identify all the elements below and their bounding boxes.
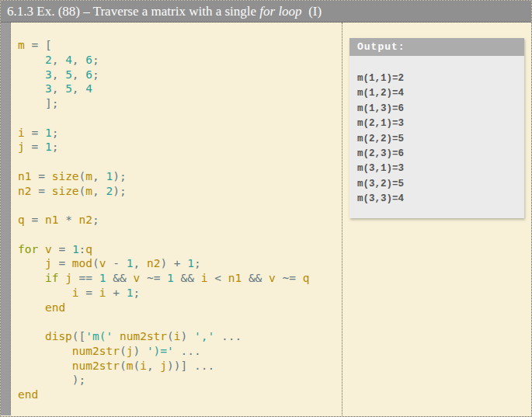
code-token: == [72, 272, 99, 284]
code-token: = [ [25, 39, 52, 51]
code-line: n1 = size(m, 1); [18, 169, 342, 184]
code-line: 3, 5, 6; [18, 68, 342, 82]
code-line [18, 155, 342, 169]
code-token: disp [45, 330, 72, 342]
code-line: n2 = size(m, 2); [18, 184, 342, 199]
code-token: ); [18, 374, 85, 386]
output-line: m(3,2)=5 [357, 177, 516, 192]
code-token: ) [181, 330, 194, 342]
code-token: for [18, 243, 38, 255]
code-token: , [147, 360, 160, 372]
code-token: ... [214, 330, 242, 342]
code-token: num2str [72, 360, 120, 372]
code-token: i [99, 287, 106, 299]
code-token: ( [133, 360, 140, 372]
code-token: ); [113, 185, 126, 197]
code-token: i [174, 330, 181, 342]
code-token: , [72, 54, 85, 66]
output-line: m(2,3)=6 [357, 147, 516, 162]
code-token: if [45, 272, 58, 284]
code-token [18, 330, 45, 342]
code-token: ) [133, 345, 146, 357]
code-token: 1 [45, 141, 52, 153]
code-token: ); [113, 170, 126, 182]
code-token: j [18, 141, 25, 153]
code-token: 1 [72, 243, 79, 255]
code-token: - [106, 257, 127, 269]
code-token: , [92, 170, 106, 182]
code-token: v [269, 272, 276, 284]
code-token: 4 [85, 82, 92, 95]
code-line: end [18, 387, 342, 402]
code-token: = [79, 287, 99, 299]
code-token: ~= [276, 272, 303, 284]
code-token: = [52, 243, 72, 255]
output-line: m(2,2)=5 [357, 132, 516, 147]
code-token: && [242, 272, 269, 284]
code-token: ( [92, 257, 99, 269]
code-token: 'm(' [85, 330, 113, 342]
slide: 6.1.3 Ex. (88) – Traverse a matrix with … [0, 0, 532, 417]
code-token: q [18, 214, 25, 226]
code-line: disp(['m(' num2str(i) ',' ... [18, 329, 342, 344]
code-token: mod [72, 257, 92, 269]
code-token: = [31, 185, 51, 197]
code-token: 1 [106, 170, 113, 182]
code-token: + [106, 287, 127, 299]
code-line: j = 1; [18, 140, 342, 155]
code-token: ; [92, 68, 99, 81]
page-title-prefix: 6.1.3 Ex. (88) – Traverse a matrix with … [7, 4, 259, 19]
code-token: && [106, 272, 134, 284]
code-token: ; [52, 127, 59, 139]
code-token [113, 330, 120, 342]
code-token [18, 287, 72, 299]
code-token: j [65, 272, 72, 284]
code-token [18, 301, 45, 314]
code-token: ~= [140, 272, 167, 284]
code-token: 1 [187, 257, 194, 269]
code-line: i = i + 1; [18, 286, 342, 301]
code-line: num2str(j) ')=' ... [18, 344, 342, 359]
code-token: n1 [45, 214, 58, 226]
code-token [58, 272, 65, 284]
code-token: ; [92, 54, 99, 66]
code-token: ]; [18, 97, 58, 109]
code-token: = [52, 257, 72, 269]
output-line: m(3,3)=4 [357, 192, 516, 207]
code-token: 5 [65, 82, 72, 95]
code-token: i [18, 127, 25, 139]
code-token: = [25, 127, 45, 139]
code-line: 2, 4, 6; [18, 53, 342, 68]
code-token: v [45, 243, 52, 255]
code-token: , [72, 82, 85, 95]
page-title-italic: for loop [259, 4, 301, 19]
code-token: v [133, 272, 140, 284]
code-line: ]; [18, 96, 342, 111]
code-token [18, 272, 45, 284]
code-token: ( [167, 330, 174, 342]
code-line: j = mod(v - 1, n2) + 1; [18, 256, 342, 271]
code-line [18, 198, 342, 213]
code-token: = [25, 214, 45, 226]
code-token: ; [133, 287, 140, 299]
code-token: ; [52, 141, 59, 153]
code-token: size [52, 185, 79, 197]
code-token: n1 [228, 272, 242, 284]
code-token: ( [120, 345, 127, 357]
code-token: m [18, 39, 25, 51]
code-token: 6 [85, 54, 92, 66]
code-token: ( [120, 360, 127, 372]
code-block: m = [ 2, 4, 6; 3, 5, 6; 3, 5, 4 ]; i = 1… [18, 38, 342, 402]
output-body: m(1,1)=2m(1,2)=4m(1,3)=6m(2,1)=3m(2,2)=5… [349, 56, 524, 218]
code-token: j [45, 257, 52, 269]
code-token: = [31, 170, 51, 182]
output-line: m(1,3)=6 [357, 102, 516, 116]
code-token: n2 [18, 185, 31, 197]
code-token: , [52, 68, 65, 81]
code-panel: m = [ 2, 4, 6; 3, 5, 6; 3, 5, 4 ]; i = 1… [11, 23, 342, 415]
page-title-suffix: (I) [302, 4, 322, 19]
code-token: n1 [18, 170, 31, 182]
code-token: j [160, 360, 167, 372]
code-token: ',' [194, 330, 214, 342]
code-token: , [52, 82, 65, 95]
